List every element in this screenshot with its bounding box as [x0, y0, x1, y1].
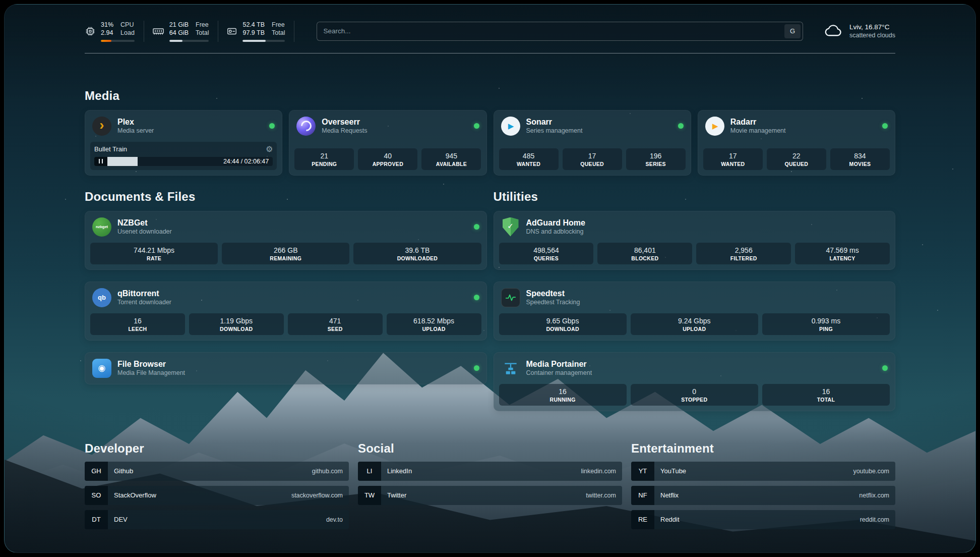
- bookmark-name: YouTube: [660, 467, 686, 475]
- service-name: Radarr: [730, 117, 786, 127]
- bookmark-linkedin[interactable]: LI LinkedIn linkedin.com: [358, 462, 622, 481]
- stat-box: 485WANTED: [499, 148, 559, 170]
- stat-box: 16LEECH: [90, 313, 185, 335]
- ram-usage-fill: [169, 40, 182, 42]
- bookmark-url: netflix.com: [859, 492, 889, 499]
- bookmark-github[interactable]: GH Github github.com: [85, 462, 349, 481]
- adguard-card[interactable]: AdGuard Home DNS and adblocking 498,564Q…: [494, 211, 896, 270]
- bookmark-url: dev.to: [326, 516, 343, 523]
- cpu-percent: 31%: [101, 21, 113, 29]
- stat-label: UPLOAD: [633, 326, 756, 332]
- stat-label: PENDING: [296, 161, 352, 167]
- qbittorrent-card[interactable]: qb qBittorrent Torrent downloader 16LEEC…: [85, 282, 487, 341]
- portainer-crane-icon: [501, 359, 520, 378]
- pause-button[interactable]: [94, 157, 107, 166]
- documents-section: Documents & Files nzbget NZBGet Usenet d…: [85, 190, 487, 384]
- disk-icon: [226, 26, 237, 37]
- stat-box: 47.569 msLATENCY: [795, 243, 890, 264]
- stat-label: APPROVED: [360, 161, 415, 167]
- stat-label: RUNNING: [501, 397, 625, 403]
- search-engine-button[interactable]: G: [784, 24, 801, 38]
- stat-value: 945: [423, 152, 479, 160]
- bookmark-stackoverflow[interactable]: SO StackOverflow stackoverflow.com: [85, 486, 349, 505]
- bookmark-twitter[interactable]: TW Twitter twitter.com: [358, 486, 622, 505]
- stat-box: 21PENDING: [294, 148, 354, 170]
- bookmark-name: DEV: [114, 516, 128, 523]
- bookmark-youtube[interactable]: YT YouTube youtube.com: [631, 462, 895, 481]
- now-playing-title: Bullet Train: [94, 145, 127, 153]
- plex-card[interactable]: Plex Media server Bullet Train ⚙: [85, 110, 282, 176]
- ram-total-label: Total: [196, 29, 209, 37]
- stat-box: 945AVAILABLE: [421, 148, 481, 170]
- bookmark-abbr: YT: [631, 462, 654, 481]
- service-name: AdGuard Home: [526, 218, 585, 228]
- stat-label: DOWNLOAD: [191, 326, 282, 332]
- stat-value: 16: [92, 317, 183, 325]
- speedtest-card[interactable]: Speedtest Speedtest Tracking 9.65 GbpsDO…: [494, 282, 896, 341]
- status-dot: [474, 224, 479, 230]
- nzbget-card[interactable]: nzbget NZBGet Usenet downloader 744.21 M…: [85, 211, 487, 270]
- search-input[interactable]: [323, 27, 784, 35]
- status-dot: [678, 123, 684, 129]
- social-title: Social: [358, 441, 622, 456]
- stat-label: BLOCKED: [599, 255, 690, 261]
- radarr-icon: [705, 117, 724, 136]
- gear-icon[interactable]: ⚙: [266, 145, 273, 153]
- overseerr-card[interactable]: Overseerr Media Requests 21PENDING 40APP…: [289, 110, 486, 176]
- playback-progress-fill: [107, 157, 138, 166]
- bookmark-reddit[interactable]: RE Reddit reddit.com: [631, 510, 895, 529]
- service-name: Sonarr: [526, 117, 583, 127]
- playback-progress-bar[interactable]: 24:44 / 02:06:47: [94, 157, 273, 166]
- service-subtitle: Container management: [526, 369, 592, 377]
- status-dot: [474, 295, 479, 300]
- stat-box: 9.24 GbpsUPLOAD: [631, 313, 758, 335]
- disk-readout: 52.4 TB 97.9 TB Free Total: [242, 21, 285, 42]
- ram-monitor: 21 GiB 64 GiB Free Total: [152, 21, 219, 42]
- stat-label: TOTAL: [764, 397, 888, 403]
- developer-title: Developer: [85, 441, 349, 456]
- stat-box: 196SERIES: [626, 148, 686, 170]
- stat-value: 0: [633, 387, 756, 396]
- bookmark-abbr: TW: [358, 486, 381, 505]
- stat-label: QUEUED: [565, 161, 620, 167]
- top-bar: 31% 2.94 CPU Load: [85, 5, 895, 42]
- plex-now-playing-panel: Bullet Train ⚙ 24:44 / 02:06:47: [90, 142, 277, 170]
- service-name: qBittorrent: [117, 289, 171, 299]
- stat-value: 86,401: [599, 246, 690, 254]
- service-subtitle: Movie management: [730, 127, 786, 135]
- filebrowser-card[interactable]: File Browser Media File Management: [85, 352, 487, 384]
- service-name: Speedtest: [526, 289, 580, 299]
- service-subtitle: Speedtest Tracking: [526, 299, 580, 307]
- radarr-card[interactable]: Radarr Movie management 17WANTED 22QUEUE…: [698, 110, 895, 176]
- stat-box: 618.52 MbpsUPLOAD: [387, 313, 481, 335]
- weather-condition: scattered clouds: [849, 31, 895, 39]
- portainer-card[interactable]: Media Portainer Container management 16R…: [494, 352, 896, 411]
- stat-label: AVAILABLE: [423, 161, 479, 167]
- disk-total-label: Total: [272, 29, 285, 37]
- status-dot: [474, 365, 479, 371]
- stat-label: UPLOAD: [389, 326, 479, 332]
- stat-box: 16RUNNING: [499, 384, 627, 406]
- service-name: Overseerr: [322, 117, 367, 127]
- ram-readout: 21 GiB 64 GiB Free Total: [169, 21, 209, 42]
- bookmark-url: youtube.com: [853, 468, 889, 475]
- bookmark-abbr: SO: [85, 486, 108, 505]
- stat-value: 40: [360, 152, 415, 160]
- stat-value: 498,564: [501, 246, 592, 254]
- bookmark-dev[interactable]: DT DEV dev.to: [85, 510, 349, 529]
- cpu-icon: [85, 26, 96, 37]
- bookmark-url: stackoverflow.com: [291, 492, 343, 499]
- speedtest-icon: [501, 288, 520, 307]
- service-subtitle: Media server: [117, 127, 154, 135]
- stat-value: 22: [769, 152, 824, 160]
- bookmark-netflix[interactable]: NF Netflix netflix.com: [631, 486, 895, 505]
- cpu-monitor: 31% 2.94 CPU Load: [85, 21, 144, 42]
- status-dot: [882, 123, 888, 129]
- bookmark-url: reddit.com: [860, 516, 889, 523]
- bookmark-name: Twitter: [387, 491, 406, 499]
- adguard-stats: 498,564QUERIES 86,401BLOCKED 2,956FILTER…: [494, 243, 895, 269]
- stat-value: 471: [290, 317, 381, 325]
- overseerr-stats: 21PENDING 40APPROVED 945AVAILABLE: [289, 148, 486, 175]
- sonarr-card[interactable]: Sonarr Series management 485WANTED 17QUE…: [494, 110, 691, 176]
- filebrowser-header: File Browser Media File Management: [85, 353, 486, 384]
